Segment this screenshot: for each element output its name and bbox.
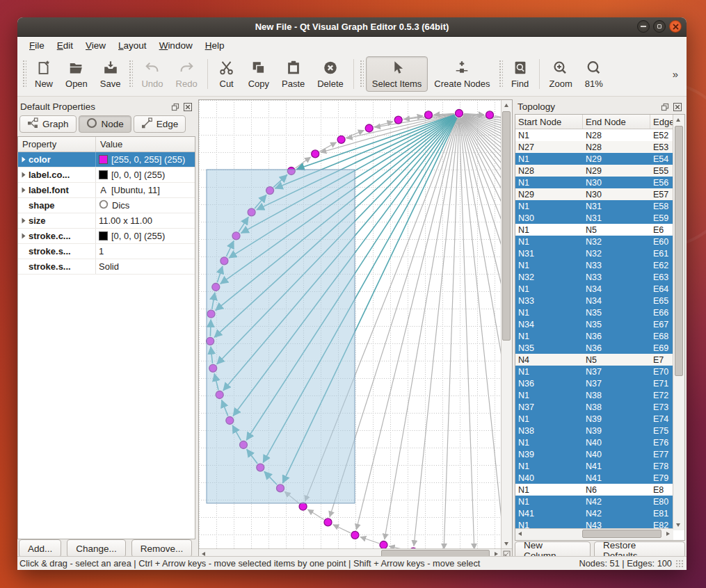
property-row-strokes[interactable]: stroke.s...Solid [18, 259, 195, 275]
topology-row[interactable]: N34N35E67 [515, 318, 673, 330]
new-button[interactable]: New [29, 56, 59, 92]
topology-row[interactable]: N1N38E72 [515, 389, 673, 401]
zoom-level-button[interactable]: 81% [579, 56, 609, 92]
redo-button[interactable]: Redo [170, 56, 204, 92]
topology-row[interactable]: N40N41E79 [515, 472, 673, 484]
dock-close-icon[interactable] [673, 102, 682, 112]
topology-row[interactable]: N1N32E60 [515, 236, 673, 247]
create-nodes-button[interactable]: Create Nodes [428, 56, 496, 92]
tab-graph[interactable]: Graph [19, 115, 77, 133]
graph-node[interactable] [394, 116, 402, 124]
expand-arrow-icon[interactable] [18, 233, 29, 239]
topology-horizontal-scrollbar[interactable] [515, 528, 673, 540]
save-button[interactable]: Save [94, 56, 127, 92]
graph-node[interactable] [324, 518, 332, 526]
topology-row[interactable]: N1N6E8 [515, 484, 673, 496]
tab-edge[interactable]: Edge [134, 115, 186, 133]
canvas-vertical-scrollbar[interactable] [501, 100, 512, 549]
end-node-column-header[interactable]: End Node [583, 115, 650, 129]
topology-row[interactable]: N4N5E7 [515, 354, 673, 366]
property-row-labelfont[interactable]: label.fontA[Ubuntu, 11] [18, 183, 195, 198]
open-button[interactable]: Open [59, 56, 94, 92]
property-row-strokec[interactable]: stroke.c...[0, 0, 0] (255) [18, 229, 195, 244]
toolbar-handle[interactable] [129, 60, 133, 88]
menu-edit[interactable]: Edit [51, 39, 79, 52]
title-bar[interactable]: New File - Qt Visual Graph Editor 0.5.3 … [17, 17, 687, 37]
property-row-size[interactable]: size11.00 x 11.00 [18, 213, 195, 229]
topology-row[interactable]: N1N39E74 [515, 413, 673, 425]
topology-row[interactable]: N39N40E77 [515, 448, 673, 460]
topology-row[interactable]: N32N33E63 [515, 271, 673, 283]
topology-row[interactable]: N1N30E56 [515, 177, 673, 188]
topology-row[interactable]: N1N35E66 [515, 307, 673, 318]
graph-node[interactable] [425, 111, 433, 119]
topology-row[interactable]: N33N34E65 [515, 295, 673, 307]
find-button[interactable]: Find [505, 56, 536, 92]
dock-float-icon[interactable] [170, 102, 180, 112]
property-row-shape[interactable]: shapeDics [18, 198, 195, 213]
minimize-button[interactable] [637, 20, 650, 33]
toolbar-handle[interactable] [499, 60, 503, 88]
topology-row[interactable]: N1N41E78 [515, 460, 673, 472]
expand-arrow-icon[interactable] [18, 172, 29, 178]
change-button[interactable]: Change... [67, 539, 126, 557]
topology-vertical-scrollbar[interactable] [673, 115, 684, 530]
topology-row[interactable]: N27N28E53 [515, 141, 673, 153]
topology-row[interactable]: N1N5E6 [515, 224, 673, 236]
toolbar-handle[interactable] [360, 60, 364, 88]
expand-arrow-icon[interactable] [18, 187, 29, 193]
copy-button[interactable]: Copy [242, 56, 275, 92]
graph-node[interactable] [299, 503, 307, 510]
close-button[interactable] [669, 20, 682, 33]
dock-float-icon[interactable] [660, 102, 670, 112]
graph-node[interactable] [456, 110, 463, 117]
remove-button[interactable]: Remove... [131, 539, 193, 557]
expand-arrow-icon[interactable] [18, 218, 29, 224]
topology-row[interactable]: N1N42E80 [515, 496, 673, 507]
canvas-viewport[interactable] [199, 100, 502, 549]
toolbar-overflow-icon[interactable]: » [668, 68, 682, 80]
topology-row[interactable]: N31N32E61 [515, 247, 673, 259]
property-row-strokes[interactable]: stroke.s...1 [18, 244, 195, 259]
maximize-button[interactable] [653, 20, 666, 33]
property-row-color[interactable]: color[255, 0, 255] (255) [18, 152, 195, 168]
add-button[interactable]: Add... [19, 539, 61, 557]
topology-row[interactable]: N35N36E69 [515, 342, 673, 354]
menu-help[interactable]: Help [199, 39, 231, 52]
menu-view[interactable]: View [79, 39, 112, 52]
tab-node[interactable]: Node [79, 115, 131, 133]
topology-row[interactable]: N28N29E55 [515, 165, 673, 177]
graph-node[interactable] [365, 124, 373, 132]
select-items-button[interactable]: Select Items [366, 56, 428, 92]
dock-close-icon[interactable] [183, 102, 193, 112]
topology-row[interactable]: N1N28E52 [515, 129, 673, 141]
topology-row[interactable]: N1N37E70 [515, 366, 673, 377]
menu-layout[interactable]: Layout [112, 39, 153, 52]
resize-grip[interactable] [675, 560, 684, 568]
topology-row[interactable]: N30N31E59 [515, 212, 673, 224]
graph-node[interactable] [351, 531, 359, 539]
cut-button[interactable]: Cut [211, 56, 242, 92]
topology-row[interactable]: N29N30E57 [515, 188, 673, 200]
topology-row[interactable]: N1N33E62 [515, 259, 673, 271]
topology-row[interactable]: N1N31E58 [515, 200, 673, 212]
undo-button[interactable]: Undo [135, 56, 169, 92]
property-row-labelco[interactable]: label.co...[0, 0, 0] (255) [18, 168, 195, 183]
topology-row[interactable]: N1N36E68 [515, 330, 673, 342]
topology-row[interactable]: N38N39E75 [515, 425, 673, 436]
start-node-column-header[interactable]: Start Node [515, 115, 583, 129]
delete-button[interactable]: Delete [311, 56, 350, 92]
menu-file[interactable]: File [23, 39, 51, 52]
edge-column-header[interactable]: Edge [650, 115, 673, 129]
menu-window[interactable]: Window [153, 39, 199, 52]
selection-rectangle[interactable] [207, 170, 355, 503]
graph-node[interactable] [312, 150, 319, 158]
graph-node[interactable] [380, 541, 387, 549]
graph-node[interactable] [486, 111, 494, 119]
topology-row[interactable]: N1N34E64 [515, 283, 673, 295]
zoom-button[interactable]: Zoom [543, 56, 579, 92]
paste-button[interactable]: Paste [275, 56, 311, 92]
topology-row[interactable]: N37N38E73 [515, 401, 673, 413]
topology-row[interactable]: N36N37E71 [515, 377, 673, 389]
topology-row[interactable]: N1N40E76 [515, 436, 673, 448]
